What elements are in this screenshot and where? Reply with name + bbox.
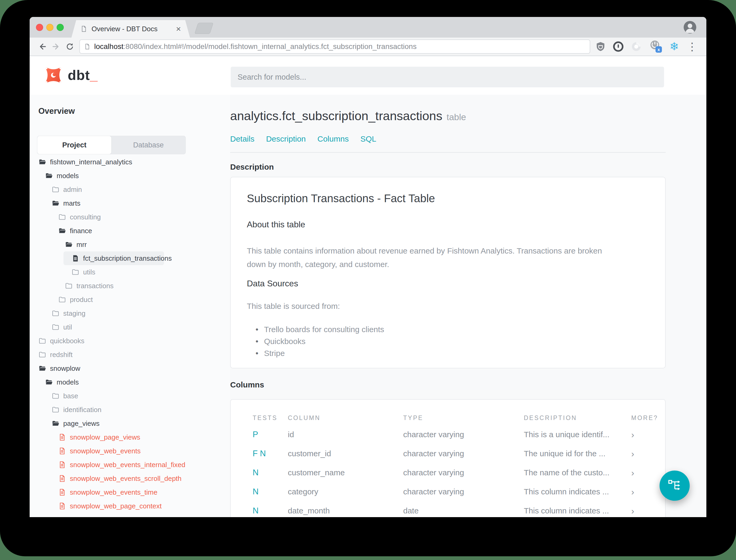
extension-badge-label: x — [657, 47, 660, 52]
source-item: Quickbooks — [256, 335, 384, 347]
sidebar-heading: Overview — [38, 106, 75, 116]
zoom-window-button[interactable] — [57, 24, 64, 31]
tab-title: Overview - DBT Docs — [92, 25, 173, 33]
model-file-icon — [58, 475, 66, 482]
nav-link-details[interactable]: Details — [230, 134, 255, 143]
tree-item-admin[interactable]: admin — [30, 183, 230, 196]
column-header-type: TYPE — [403, 414, 524, 422]
browser-profile-avatar[interactable] — [683, 20, 697, 35]
closed-folder-icon — [71, 268, 79, 276]
snowflake-extension-icon[interactable]: ❄ — [670, 41, 679, 52]
columns-section-label: Columns — [230, 380, 264, 389]
columns-table-header: TESTSCOLUMNTYPEDESCRIPTIONMORE? — [231, 411, 665, 424]
row-description: This is a unique identif... — [524, 430, 631, 439]
tree-item-label: base — [63, 392, 78, 400]
minimize-window-button[interactable] — [46, 24, 53, 31]
tree-item-consulting[interactable]: consulting — [30, 210, 230, 224]
tree-item-product[interactable]: product — [30, 293, 230, 306]
model-file-icon — [58, 461, 66, 469]
table-row-date_month[interactable]: Ndate_monthdateThis column indicates ...… — [231, 501, 665, 517]
tree-item-label: product — [70, 296, 93, 304]
tree-item-base[interactable]: base — [30, 389, 230, 403]
reload-button[interactable] — [63, 40, 77, 53]
tree-item-fishtown_internal_analytics[interactable]: fishtown_internal_analytics — [30, 155, 230, 169]
url-bar[interactable]: localhost:8080/index.html#!/model/model.… — [79, 39, 590, 54]
tree-item-snowplow_web_events_scroll_depth[interactable]: snowplow_web_events_scroll_depth — [30, 472, 230, 485]
toggle-database-tab[interactable]: Database — [111, 136, 186, 154]
back-button[interactable] — [35, 40, 49, 53]
nav-link-sql[interactable]: SQL — [360, 134, 376, 143]
table-row-customer_name[interactable]: Ncustomer_namecharacter varyingThe name … — [231, 463, 665, 482]
closed-folder-icon — [58, 296, 66, 304]
column-header-more: MORE? — [631, 414, 665, 422]
tree-item-models[interactable]: models — [30, 375, 230, 389]
table-row-customer_id[interactable]: F Ncustomer_idcharacter varyingThe uniqu… — [231, 444, 665, 463]
onepassword-extension-icon[interactable] — [612, 41, 624, 52]
tree-item-label: models — [57, 172, 79, 180]
closed-folder-icon — [52, 309, 60, 317]
search-input[interactable] — [231, 67, 664, 87]
tree-item-finance[interactable]: finance — [30, 224, 230, 238]
lineage-graph-icon — [667, 478, 682, 493]
tree-item-snowplow_web_page_context[interactable]: snowplow_web_page_context — [30, 499, 230, 513]
row-type: date — [403, 506, 524, 515]
tree-item-models[interactable]: models — [30, 169, 230, 183]
tree-item-label: mrr — [76, 241, 87, 249]
tree-item-util[interactable]: util — [30, 320, 230, 334]
source-item: Stripe — [256, 347, 384, 359]
about-text: This table contains information about re… — [247, 244, 620, 271]
browser-menu-icon[interactable]: ⋮ — [685, 41, 699, 52]
model-name: analytics.fct_subscription_transactions — [230, 109, 442, 123]
model-file-icon — [71, 254, 79, 262]
tree-item-page_views[interactable]: page_views — [30, 417, 230, 430]
tree-item-snowplow_web_events_internal_fixed[interactable]: snowplow_web_events_internal_fixed — [30, 458, 230, 472]
power-extension-icon[interactable]: x — [648, 39, 663, 54]
row-expand-chevron-icon[interactable]: › — [631, 430, 665, 440]
tree-item-label: consulting — [70, 213, 101, 221]
row-expand-chevron-icon[interactable]: › — [631, 506, 665, 516]
tree-item-staging[interactable]: staging — [30, 306, 230, 320]
lineage-graph-fab-button[interactable] — [660, 471, 690, 501]
close-window-button[interactable] — [36, 24, 43, 31]
model-type-badge: table — [446, 112, 466, 122]
tree-item-redshift[interactable]: redshift — [30, 348, 230, 362]
tree-item-marts[interactable]: marts — [30, 196, 230, 210]
tree-item-snowplow[interactable]: snowplow — [30, 362, 230, 375]
ublock-extension-icon[interactable] — [595, 41, 606, 52]
row-description: The name of the custo... — [524, 468, 631, 477]
tree-item-snowplow_web_events[interactable]: snowplow_web_events — [30, 444, 230, 458]
tree-item-label: admin — [63, 186, 82, 194]
tree-item-utils[interactable]: utils — [30, 265, 230, 279]
dbt-logo[interactable]: dbt_ — [44, 66, 98, 84]
row-expand-chevron-icon[interactable]: › — [631, 468, 665, 478]
logo-text: dbt — [68, 67, 90, 83]
row-tests: F N — [253, 449, 288, 458]
sources-list: Trello boards for consulting clientsQuic… — [256, 323, 384, 359]
tree-item-label: snowplow_web_events_internal_fixed — [70, 461, 186, 469]
logo-cursor: _ — [90, 67, 98, 83]
tree-item-snowplow_page_views[interactable]: snowplow_page_views — [30, 430, 230, 444]
columns-table-body: Pidcharacter varyingThis is a unique ide… — [231, 425, 665, 517]
tree-item-label: util — [63, 323, 72, 331]
nav-link-columns[interactable]: Columns — [318, 134, 349, 143]
forward-button[interactable] — [49, 40, 63, 53]
row-column-name: id — [288, 430, 403, 439]
column-header-column: COLUMN — [288, 414, 403, 422]
table-row-category[interactable]: Ncategorycharacter varyingThis column in… — [231, 482, 665, 501]
loop-extension-icon[interactable] — [630, 41, 642, 52]
tree-item-snowplow_web_events_time[interactable]: snowplow_web_events_time — [30, 485, 230, 499]
tree-item-mrr[interactable]: mrr — [30, 238, 230, 251]
tree-item-fct_subscription_transactions[interactable]: fct_subscription_transactions — [64, 251, 164, 265]
tree-item-quickbooks[interactable]: quickbooks — [30, 334, 230, 348]
source-toggle: Project Database — [37, 136, 186, 154]
table-row-id[interactable]: Pidcharacter varyingThis is a unique ide… — [231, 425, 665, 444]
nav-link-description[interactable]: Description — [266, 134, 306, 143]
toggle-project-tab[interactable]: Project — [37, 136, 111, 154]
row-expand-chevron-icon[interactable]: › — [631, 449, 665, 459]
tree-item-transactions[interactable]: transactions — [30, 279, 230, 293]
tab-close-icon[interactable]: × — [176, 25, 181, 33]
browser-tab[interactable]: Overview - DBT Docs × — [71, 20, 190, 38]
new-tab-button[interactable] — [195, 23, 214, 34]
tree-item-identification[interactable]: identification — [30, 403, 230, 417]
tree-item-label: fct_subscription_transactions — [83, 254, 172, 263]
